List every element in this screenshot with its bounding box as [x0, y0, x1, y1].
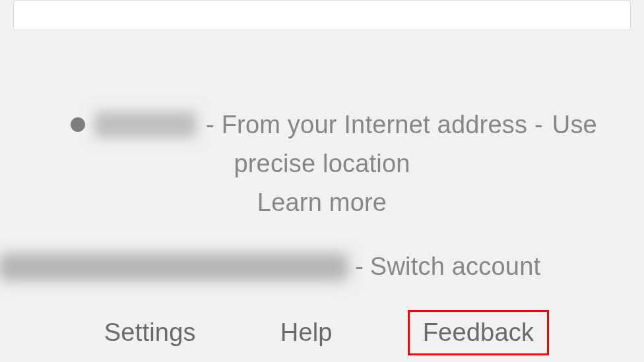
settings-link[interactable]: Settings: [95, 315, 205, 351]
help-link[interactable]: Help: [271, 315, 342, 351]
footer-links: Settings Help Feedback: [0, 310, 644, 355]
location-dot-icon: [71, 117, 85, 132]
location-info: - From your Internet address - Use preci…: [0, 106, 644, 222]
account-separator: -: [355, 253, 364, 281]
feedback-link[interactable]: Feedback: [408, 310, 549, 355]
account-email-redacted: [0, 253, 348, 281]
location-source-text: - From your Internet address -: [206, 106, 543, 144]
location-line-1: - From your Internet address - Use: [0, 106, 644, 144]
learn-more-link[interactable]: Learn more: [0, 183, 644, 222]
switch-account-link[interactable]: Switch account: [370, 253, 540, 281]
account-info: - Switch account: [0, 253, 644, 281]
location-name-redacted: [94, 111, 197, 138]
use-word: Use: [552, 106, 597, 144]
result-card: [13, 0, 631, 30]
precise-location-link[interactable]: precise location: [0, 144, 644, 183]
